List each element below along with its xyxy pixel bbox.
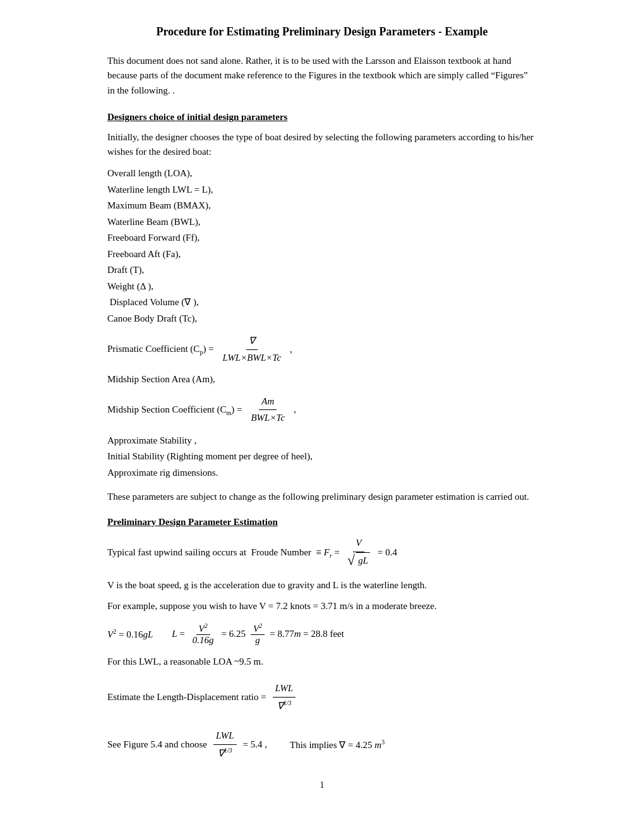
page-title: Procedure for Estimating Preliminary Des… (107, 25, 537, 39)
midship-coeff-formula: Midship Section Coefficient (Cm) = Am BW… (107, 394, 537, 426)
eq1-mid-fraction: V2 0.16g (190, 622, 217, 646)
froude-numer: V (353, 535, 364, 552)
fig-implies: This implies ∇ = 4.25 m3 (290, 737, 385, 754)
stability-list: Approximate Stability , Initial Stabilit… (107, 433, 537, 481)
eq1-sep: = 6.25 (222, 629, 246, 639)
eq1-mid2-fraction: V2 g (251, 622, 265, 646)
sqrt-symbol: √ (347, 553, 355, 567)
list-item: Canoe Body Draft (Tc), (107, 311, 537, 327)
parameters-list: Overall length (LOA), Waterline length L… (107, 166, 537, 327)
prismatic-denom: LWL×BWL×Tc (220, 350, 284, 366)
section1-para2: These parameters are subject to change a… (107, 490, 537, 504)
midship-fraction: Am BWL×Tc (248, 394, 287, 426)
lwl-equation-block: V2 = 0.16gL L = V2 0.16g = 6.25 V2 g = 8… (107, 622, 537, 646)
prismatic-label: Prismatic Coefficient (Cp) = (107, 341, 214, 358)
eq1-mid-denom: 0.16g (190, 635, 217, 646)
froude-val: = 0.4 (378, 545, 397, 561)
list-item: Freeboard Aft (Fa), (107, 246, 537, 263)
list-item: Draft (T), (107, 262, 537, 279)
froude-fraction: V √gL (345, 535, 373, 570)
midship-coeff-label: Midship Section Coefficient (Cm) = (107, 402, 242, 418)
example-para: For example, suppose you wish to have V … (107, 599, 537, 613)
midship-comma: , (294, 402, 296, 418)
section-designers-choice: Designers choice of initial design param… (107, 112, 537, 505)
list-item: Waterline length LWL = L), (107, 182, 537, 198)
lwl-para: For this LWL, a reasonable LOA ~9.5 m. (107, 655, 537, 669)
froude-denom: √gL (345, 552, 373, 571)
list-item: Weight (Δ ), (107, 279, 537, 295)
ld-denom: ∇1/3 (275, 698, 294, 715)
section1-heading: Designers choice of initial design param… (107, 112, 537, 123)
eq1-mid2-numer: V2 (251, 622, 265, 635)
fig-text1: See Figure 5.4 and choose (107, 737, 207, 753)
fig-fraction: LWL ∇1/3 (213, 728, 237, 761)
ld-ratio-label: Estimate the Length-Displacement ratio = (107, 689, 266, 706)
eq1-mid-numer: V2 (196, 622, 210, 635)
list-item: Initial Stability (Righting moment per d… (107, 449, 537, 465)
list-item: Overall length (LOA), (107, 166, 537, 182)
prismatic-comma: , (290, 342, 292, 358)
section2-heading: Preliminary Design Parameter Estimation (107, 517, 537, 528)
intro-paragraph: This document does not sand alone. Rathe… (107, 54, 537, 98)
midship-denom: BWL×Tc (248, 410, 287, 426)
sqrt-content: gL (356, 552, 370, 569)
midship-area-label: Midship Section Area (Am), (107, 372, 537, 387)
ld-numer: LWL (273, 680, 296, 698)
prismatic-numer: ∇ (246, 333, 258, 350)
eq1-mid-label: L = (172, 629, 185, 639)
froude-number-line: Typical fast upwind sailing occurs at Fr… (107, 535, 537, 570)
list-item: Freeboard Forward (Ff), (107, 230, 537, 246)
figure-line: See Figure 5.4 and choose LWL ∇1/3 = 5.4… (107, 728, 537, 761)
speed-para: V is the boat speed, g is the accelerati… (107, 578, 537, 593)
eq1-mid: L = V2 0.16g = 6.25 V2 g = 8.77m = 28.8 … (172, 622, 344, 646)
list-item: Displaced Volume (∇ ), (107, 294, 537, 311)
section-preliminary-design: Preliminary Design Parameter Estimation … (107, 517, 537, 761)
eq1-left: V2 = 0.16gL (107, 628, 153, 640)
prismatic-fraction: ∇ LWL×BWL×Tc (220, 333, 284, 366)
eq1-mid2-denom: g (253, 635, 263, 646)
section1-para1: Initially, the designer chooses the type… (107, 130, 537, 160)
fig-denom: ∇1/3 (215, 745, 235, 762)
list-item: Waterline Beam (BWL), (107, 214, 537, 231)
fig-numer: LWL (213, 728, 237, 745)
list-item: Maximum Beam (BMAX), (107, 198, 537, 214)
page: Procedure for Estimating Preliminary Des… (63, 25, 581, 790)
froude-text1: Typical fast upwind sailing occurs at Fr… (107, 545, 340, 561)
list-item: Approximate rig dimensions. (107, 465, 537, 481)
fig-val: = 5.4 , (243, 737, 267, 753)
page-number: 1 (107, 780, 537, 790)
prismatic-coeff-formula: Prismatic Coefficient (Cp) = ∇ LWL×BWL×T… (107, 333, 537, 366)
ld-ratio-line: Estimate the Length-Displacement ratio =… (107, 680, 537, 714)
ld-fraction: LWL ∇1/3 (273, 680, 296, 714)
list-item: Approximate Stability , (107, 433, 537, 449)
midship-numer: Am (259, 394, 277, 411)
eq1-right: = 8.77m = 28.8 feet (270, 629, 344, 639)
sqrt-gl: √gL (347, 552, 370, 569)
